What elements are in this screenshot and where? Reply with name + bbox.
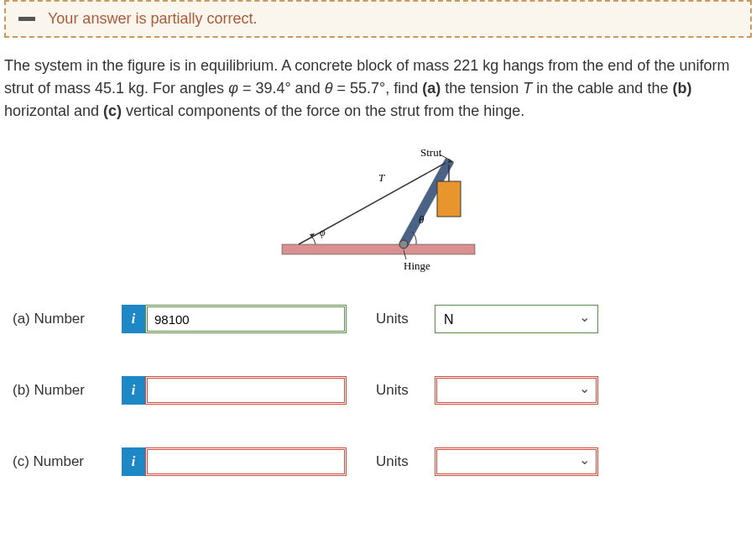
number-input-a[interactable]	[145, 305, 347, 333]
feedback-banner: Your answer is partially correct.	[4, 0, 752, 38]
label-c: (c) Number	[13, 453, 122, 470]
svg-rect-4	[437, 181, 461, 217]
units-label-a: Units	[376, 311, 435, 327]
theta-label: θ	[419, 213, 425, 226]
number-input-c[interactable]	[145, 447, 347, 476]
answer-row-c: (c) Number i Units	[0, 441, 756, 483]
physics-diagram: Strut T φ θ Hinge	[274, 148, 483, 274]
hinge-label: Hinge	[404, 259, 430, 272]
t-label: T	[378, 171, 385, 184]
info-icon[interactable]: i	[122, 376, 145, 405]
figure-container: Strut T φ θ Hinge	[0, 148, 756, 277]
units-select-a[interactable]: N	[435, 305, 598, 333]
units-label-b: Units	[376, 382, 435, 399]
units-label-c: Units	[376, 453, 435, 470]
answer-row-b: (b) Number i Units	[0, 369, 756, 411]
info-icon[interactable]: i	[122, 305, 145, 333]
info-icon[interactable]: i	[122, 447, 145, 476]
minus-icon	[18, 17, 35, 21]
units-select-b[interactable]	[435, 376, 598, 405]
strut-label: Strut	[420, 148, 442, 159]
label-b: (b) Number	[13, 382, 122, 399]
units-select-c[interactable]	[435, 447, 598, 476]
number-input-b[interactable]	[145, 376, 347, 405]
label-a: (a) Number	[13, 311, 122, 327]
phi-label: φ	[320, 227, 326, 238]
feedback-text: Your answer is partially correct.	[48, 10, 257, 28]
svg-rect-0	[282, 244, 475, 254]
svg-point-6	[399, 240, 408, 248]
question-text: The system in the figure is in equilibri…	[0, 55, 756, 139]
answer-row-a: (a) Number i Units N	[0, 298, 756, 340]
